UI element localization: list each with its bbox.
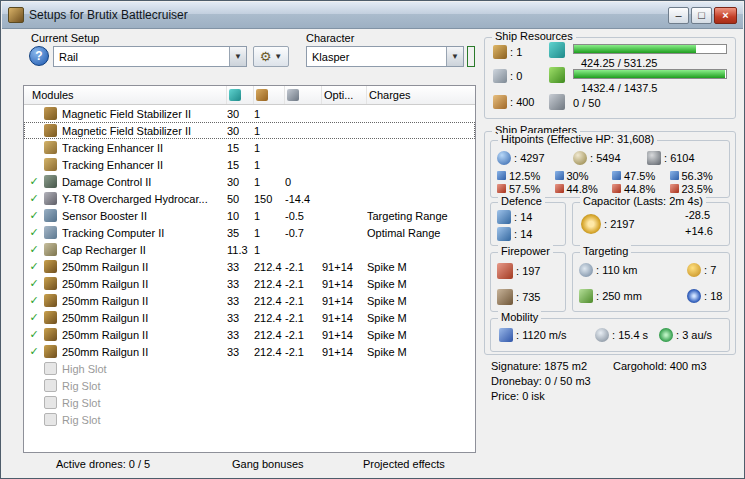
mobility-title: Mobility [498,311,541,323]
launcher-hardpoint-icon [493,69,507,83]
speed-value: 1120 m/s [516,329,567,341]
table-row[interactable]: ✓Y-T8 Overcharged Hydrocar...50150-14.4 [24,190,475,207]
module-pg-value: 212.4 [254,312,285,324]
capacitor-column-header[interactable] [285,86,322,104]
ship-parameters-group: Ship Parameters Hitpoints (Effective HP:… [484,131,736,355]
table-row[interactable]: ✓Sensor Booster II101-0.5Targeting Range [24,207,475,224]
turret-hardpoints-value: 1 [510,46,522,58]
thermal-resist-cell: 30% 44.8% [555,169,613,195]
module-name: 250mm Railgun II [62,329,227,341]
dronebay-usage-text: 0 / 50 [573,97,601,109]
character-select[interactable]: Klasper ▼ [306,46,464,67]
railgun-icon [44,277,57,290]
module-active-check-icon: ✓ [24,277,44,290]
table-row[interactable]: ✓250mm Railgun II33212.4-2.191+14Spike M [24,275,475,292]
chevron-down-icon[interactable]: ▼ [446,47,463,66]
optimal-column-header[interactable]: Opti... [322,86,367,104]
armor-thermal-resist: 44.8% [567,183,598,195]
align-time-icon [595,328,609,342]
powergrid-column-header[interactable] [254,86,285,104]
module-active-check-icon: ✓ [24,260,44,273]
armor-resist-icon [670,184,679,193]
module-optimal-value: 91+14 [322,329,367,341]
table-row[interactable]: ✓250mm Railgun II33212.4-2.191+14Spike M [24,309,475,326]
module-name: Tracking Computer II [62,227,227,239]
table-row[interactable]: ✓Damage Control II3010 [24,173,475,190]
table-row[interactable]: Rig Slot [24,394,475,411]
warp-speed-stat: 3 au/s [659,328,712,342]
volley-value: 735 [516,291,540,303]
armor-resist-icon [555,184,564,193]
structure-hp-stat: 6104 [647,151,695,165]
hitpoints-group: Hitpoints (Effective HP: 31,608) 4297 54… [490,140,730,198]
table-row[interactable]: ✓Cap Recharger II11.31 [24,241,475,258]
module-pg-value: 212.4 [254,295,285,307]
sebo-icon [44,209,57,222]
help-button[interactable]: ? [29,46,49,66]
highslot-icon [44,362,57,375]
module-cpu-value: 15 [227,142,254,154]
table-row[interactable]: Magnetic Field Stabilizer II301 [24,122,475,139]
sensor-strength-value: 18 [704,290,722,302]
dps-icon [497,263,513,279]
tank-icon [497,227,511,241]
capacitor-title: Capacitor (Lasts: 2m 4s) [580,195,706,207]
module-active-check-icon: ✓ [24,243,44,256]
modules-column-header[interactable]: Modules [24,86,227,104]
close-button[interactable]: × [714,7,737,24]
module-icon [44,124,62,137]
setup-tools-button[interactable]: ⚙ ▼ [253,46,289,67]
module-cap-value: -2.1 [285,329,322,341]
help-icon: ? [35,49,42,63]
railgun-icon [44,345,57,358]
table-row[interactable]: Rig Slot [24,377,475,394]
modules-rows: Magnetic Field Stabilizer II301Magnetic … [24,105,475,428]
active-drones-panel[interactable]: Active drones: 0 / 5 [56,458,150,470]
defence-value-2: 14 [514,228,532,240]
maximize-button[interactable]: □ [691,7,712,24]
railgun-icon [44,294,57,307]
setup-select[interactable]: Rail ▼ [53,46,247,67]
module-pg-value: 1 [254,210,285,222]
projected-effects-panel[interactable]: Projected effects [363,458,445,470]
cpu-column-header[interactable] [227,86,254,104]
module-pg-value: 1 [254,108,285,120]
table-row[interactable]: ✓Tracking Computer II351-0.7Optimal Rang… [24,224,475,241]
table-row[interactable]: ✓250mm Railgun II33212.4-2.191+14Spike M [24,343,475,360]
charges-column-header[interactable]: Charges [367,86,475,104]
capacitor-recharge: +14.6 [685,225,713,237]
character-label: Character [306,32,354,44]
table-row[interactable]: Tracking Enhancer II151 [24,139,475,156]
table-row[interactable]: Tracking Enhancer II151 [24,156,475,173]
dronebay-icon [549,94,565,110]
table-row[interactable]: High Slot [24,360,475,377]
gang-bonuses-panel[interactable]: Gang bonuses [232,458,304,470]
table-row[interactable]: Rig Slot [24,411,475,428]
table-row[interactable]: ✓250mm Railgun II33212.4-2.191+14Spike M [24,258,475,275]
table-row[interactable]: ✓250mm Railgun II33212.4-2.191+14Spike M [24,326,475,343]
ship-resources-title: Ship Resources [492,30,576,42]
align-time-value: 15.4 s [612,329,648,341]
module-active-check-icon: ✓ [24,328,44,341]
chevron-down-icon[interactable]: ▼ [229,47,246,66]
firepower-title: Firepower [498,245,553,257]
volley-icon [497,289,513,305]
align-time-stat: 15.4 s [595,328,648,342]
table-row[interactable]: ✓250mm Railgun II33212.4-2.191+14Spike M [24,292,475,309]
armor-kinetic-resist: 44.8% [624,183,655,195]
table-row[interactable]: Magnetic Field Stabilizer II301 [24,105,475,122]
signature-stat: Signature: 1875 m2 [491,360,587,372]
module-active-check-icon: ✓ [24,294,44,307]
module-cpu-value: 15 [227,159,254,171]
setup-select-value: Rail [54,51,229,63]
em-resist-cell: 12.5% 57.5% [497,169,555,195]
titlebar[interactable]: Setups for Brutix Battlecruiser – □ × [2,2,743,29]
module-active-check-icon: ✓ [24,311,44,324]
rigslot-icon [44,396,57,409]
capacitor-usage: -28.5 [685,209,710,221]
module-cpu-value: 33 [227,312,254,324]
module-icon [44,175,62,188]
minimize-button[interactable]: – [668,7,689,24]
resistances-row: 12.5% 57.5% 30% 44.8% 47.5% 44.8% 56.3% … [497,169,727,195]
module-icon [44,192,62,205]
